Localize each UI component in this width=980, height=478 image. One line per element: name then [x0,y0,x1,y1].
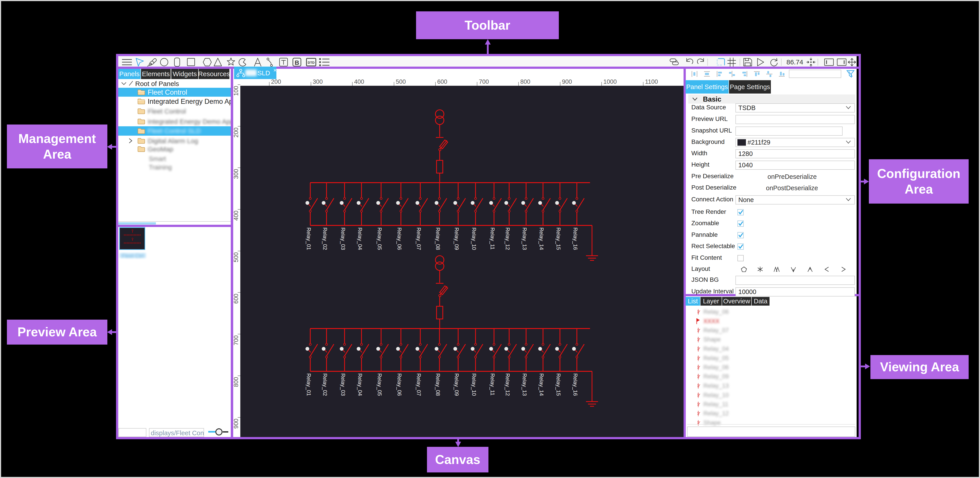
svg-text:800: 800 [520,78,530,85]
svg-text:900: 900 [562,78,572,85]
svg-text:200: 200 [271,78,281,85]
svg-text:1100: 1100 [645,78,658,85]
svg-text:400: 400 [233,210,239,220]
svg-text:Relay_15: Relay_15 [555,228,562,250]
svg-text:Relay_03: Relay_03 [340,228,346,250]
svg-text:200: 200 [233,127,239,137]
svg-text:600: 600 [233,293,239,304]
svg-text:Relay_11: Relay_11 [490,373,496,395]
svg-text:700: 700 [479,78,489,85]
svg-text:Relay_12: Relay_12 [505,228,511,250]
svg-text:Relay_11: Relay_11 [490,228,496,250]
svg-text:Relay_15: Relay_15 [555,373,562,396]
svg-text:Relay_04: Relay_04 [357,228,363,250]
svg-text:Relay_07: Relay_07 [416,373,422,396]
svg-text:Relay_05: Relay_05 [377,228,383,250]
svg-text:Relay_13: Relay_13 [522,373,528,396]
svg-text:Relay_14: Relay_14 [539,228,544,250]
svg-text:Relay_02: Relay_02 [322,228,328,250]
svg-text:400: 400 [354,78,364,85]
svg-text:Relay_12: Relay_12 [505,373,511,396]
svg-text:Relay_02: Relay_02 [322,373,328,396]
svg-text:Relay_16: Relay_16 [573,228,578,250]
svg-text:Relay_01: Relay_01 [306,373,312,396]
svg-text:300: 300 [233,169,239,179]
svg-text:800: 800 [233,377,239,387]
svg-text:Relay_09: Relay_09 [454,228,460,250]
svg-text:Relay_16: Relay_16 [573,373,578,396]
svg-text:300: 300 [313,78,323,85]
svg-text:100: 100 [233,86,239,96]
svg-text:Relay_03: Relay_03 [340,373,346,396]
svg-text:Relay_08: Relay_08 [435,228,441,250]
svg-text:Relay_10: Relay_10 [471,373,477,396]
svg-text:Relay_14: Relay_14 [539,373,544,396]
svg-text:86.74: 86.74 [786,58,803,66]
svg-text:Relay_01: Relay_01 [306,228,312,250]
svg-text:Relay_08: Relay_08 [435,373,441,396]
svg-text:Relay_07: Relay_07 [416,228,422,250]
svg-text:Relay_06: Relay_06 [396,228,402,250]
svg-text:500: 500 [233,252,239,262]
svg-text:700: 700 [233,335,239,345]
svg-text:1000: 1000 [603,78,617,85]
svg-text:Relay_05: Relay_05 [377,373,383,396]
svg-text:Relay_04: Relay_04 [357,373,363,396]
svg-text:Relay_10: Relay_10 [471,228,477,250]
svg-text:900: 900 [233,419,239,429]
svg-text:Relay_06: Relay_06 [396,373,402,396]
svg-text:Relay_13: Relay_13 [522,228,528,250]
svg-text:B: B [295,59,299,66]
svg-text:500: 500 [396,78,406,85]
svg-text:600: 600 [437,78,447,85]
svg-text:Relay_09: Relay_09 [454,373,460,396]
svg-text:DTD: DTD [308,61,315,64]
